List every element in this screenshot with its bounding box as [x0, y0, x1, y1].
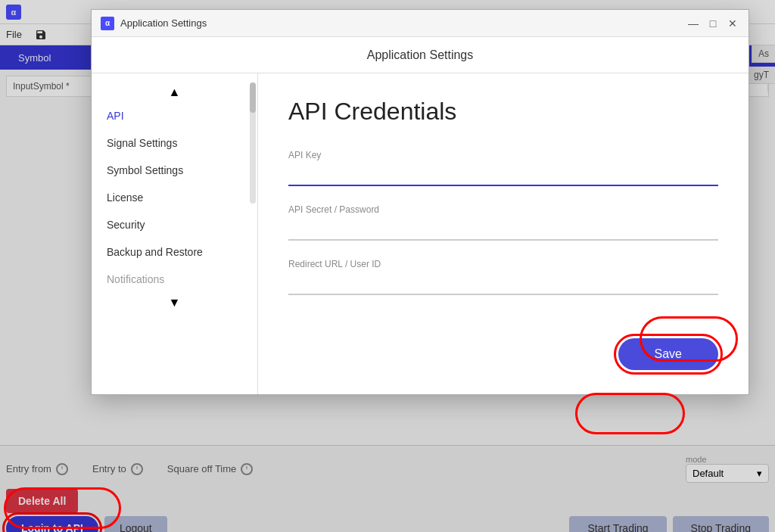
- nav-item-backup-restore[interactable]: Backup and Restore: [92, 238, 257, 266]
- close-button[interactable]: ✕: [726, 17, 739, 30]
- api-key-label: API Key: [288, 150, 718, 160]
- modal-controls: — □ ✕: [686, 17, 739, 30]
- api-key-input[interactable]: [288, 163, 718, 186]
- minimize-button[interactable]: —: [686, 17, 700, 30]
- scroll-down-button[interactable]: ▼: [92, 293, 257, 313]
- modal-titlebar: α Application Settings — □ ✕: [92, 10, 749, 37]
- redirect-url-input[interactable]: [288, 272, 718, 295]
- save-button[interactable]: Save: [618, 338, 718, 370]
- nav-item-license[interactable]: License: [92, 184, 257, 211]
- maximize-button[interactable]: □: [706, 17, 720, 30]
- content-title: API Credentials: [288, 98, 718, 126]
- nav-item-notifications[interactable]: Notifications: [92, 266, 257, 293]
- application-settings-modal: α Application Settings — □ ✕ Application…: [91, 9, 749, 395]
- sidebar-scrollbar-thumb: [250, 82, 256, 113]
- redirect-url-field: Redirect URL / User ID: [288, 259, 718, 295]
- nav-item-security[interactable]: Security: [92, 211, 257, 238]
- redirect-url-label: Redirect URL / User ID: [288, 259, 718, 269]
- nav-item-signal-settings[interactable]: Signal Settings: [92, 129, 257, 157]
- modal-content: API Credentials API Key API Secret / Pas…: [258, 73, 749, 394]
- nav-item-api[interactable]: API: [92, 102, 257, 129]
- scroll-up-button[interactable]: ▲: [92, 82, 257, 102]
- api-secret-label: API Secret / Password: [288, 204, 718, 215]
- api-secret-field: API Secret / Password: [288, 204, 718, 241]
- api-secret-input[interactable]: [288, 218, 718, 241]
- nav-item-symbol-settings[interactable]: Symbol Settings: [92, 157, 257, 184]
- modal-heading: Application Settings: [92, 37, 749, 73]
- sidebar-scrollbar[interactable]: [250, 82, 256, 204]
- modal-logo: α: [101, 17, 114, 30]
- api-key-field: API Key: [288, 150, 718, 186]
- modal-title: Application Settings: [120, 17, 680, 29]
- modal-sidebar: ▲ API Signal Settings Symbol Settings Li…: [92, 73, 258, 394]
- modal-body: ▲ API Signal Settings Symbol Settings Li…: [92, 73, 749, 394]
